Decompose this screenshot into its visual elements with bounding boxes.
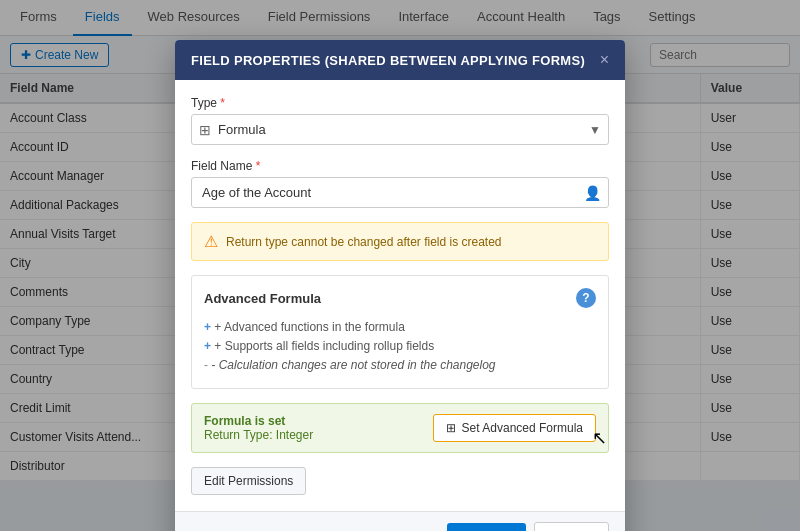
set-advanced-formula-button[interactable]: ⊞ Set Advanced Formula [433,414,596,442]
field-name-icon: 👤 [584,185,601,201]
type-required: * [220,96,225,110]
create-button[interactable]: Create [447,523,526,531]
modal-overlay: FIELD PROPERTIES (SHARED BETWEEN APPLYIN… [0,0,800,531]
field-name-label: Field Name * [191,159,609,173]
modal-footer: Create Close [175,511,625,531]
field-name-required: * [256,159,261,173]
close-button[interactable]: Close [534,522,609,531]
modal-body: Type * ⊞ Formula ▼ Field Name * [175,80,625,511]
type-field-group: Type * ⊞ Formula ▼ [191,96,609,145]
help-icon[interactable]: ? [576,288,596,308]
advanced-header: Advanced Formula ? [204,288,596,308]
set-formula-icon: ⊞ [446,421,456,435]
type-select[interactable]: Formula [191,114,609,145]
type-label: Type * [191,96,609,110]
field-properties-modal: FIELD PROPERTIES (SHARED BETWEEN APPLYIN… [175,40,625,531]
field-name-input[interactable] [191,177,609,208]
feature-line-3: - - Calculation changes are not stored i… [204,356,596,375]
advanced-title: Advanced Formula [204,291,321,306]
warning-icon: ⚠ [204,232,218,251]
advanced-features: + + Advanced functions in the formula + … [204,318,596,376]
modal-title: FIELD PROPERTIES (SHARED BETWEEN APPLYIN… [191,53,585,68]
warning-text: Return type cannot be changed after fiel… [226,235,502,249]
feature-line-1: + + Advanced functions in the formula [204,318,596,337]
edit-permissions-button[interactable]: Edit Permissions [191,467,306,495]
return-type: Return Type: Integer [204,428,313,442]
field-name-group: Field Name * 👤 [191,159,609,208]
feature-line-2: + + Supports all fields including rollup… [204,337,596,356]
formula-row: Formula is set Return Type: Integer ⊞ Se… [191,403,609,453]
warning-banner: ⚠ Return type cannot be changed after fi… [191,222,609,261]
advanced-formula-section: Advanced Formula ? + + Advanced function… [191,275,609,389]
modal-header: FIELD PROPERTIES (SHARED BETWEEN APPLYIN… [175,40,625,80]
modal-close-button[interactable]: × [600,52,609,68]
field-name-input-wrapper: 👤 [191,177,609,208]
formula-is-set: Formula is set [204,414,313,428]
formula-info: Formula is set Return Type: Integer [204,414,313,442]
type-select-wrapper: ⊞ Formula ▼ [191,114,609,145]
